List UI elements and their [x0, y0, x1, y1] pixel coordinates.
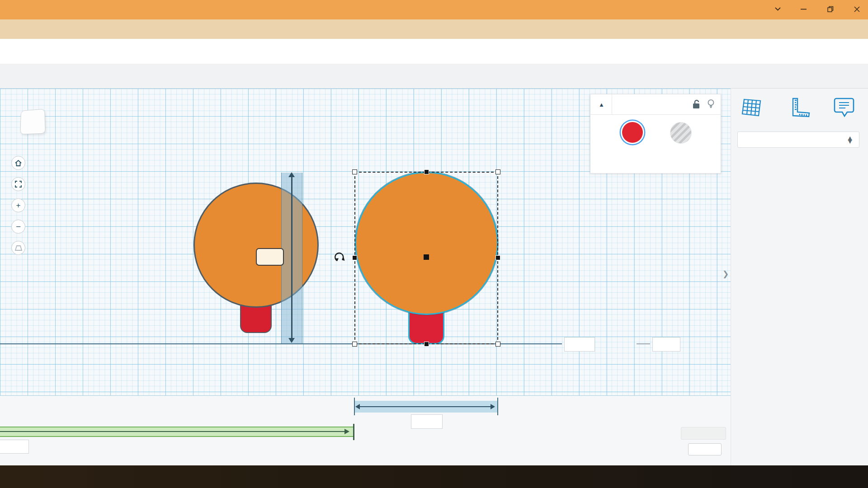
ruler-green-endcap [353, 424, 354, 440]
view-cube[interactable] [20, 109, 45, 135]
scale-handle-mid[interactable] [495, 255, 500, 260]
dimension-arrow-left [355, 404, 360, 409]
left-dimension-label[interactable] [0, 440, 29, 454]
fit-view-button[interactable] [11, 177, 25, 191]
perspective-toggle-button[interactable] [11, 241, 25, 255]
height-value-input[interactable] [256, 248, 284, 266]
zoom-out-button[interactable]: − [11, 220, 25, 234]
width-value-label[interactable] [411, 414, 443, 429]
snap-grid-select[interactable] [688, 443, 722, 455]
height-dimension-line [291, 177, 292, 338]
ruler-baseline [0, 343, 562, 344]
scale-handle-mid[interactable] [352, 255, 357, 260]
scale-handle-mid[interactable] [424, 342, 429, 347]
unlock-icon[interactable] [692, 99, 700, 109]
collapse-triangle-icon[interactable]: ▲ [599, 101, 604, 108]
hide-lightbulb-icon[interactable] [708, 99, 714, 109]
home-view-button[interactable] [11, 156, 25, 170]
width-dimension-line [359, 406, 494, 407]
dimension-leader-line [637, 343, 650, 344]
notes-tool-icon[interactable] [834, 97, 855, 118]
dimension-label-right[interactable] [564, 337, 595, 352]
editor-toolbar [0, 64, 868, 89]
dimension-arrow-down [288, 338, 295, 343]
shapes-inspector-panel: ▲ [590, 94, 721, 174]
scale-handle-corner[interactable] [495, 342, 500, 347]
dimension-label-zero[interactable] [652, 337, 680, 352]
dimension-arrow-right [491, 404, 495, 409]
browser-tab-strip [0, 0, 868, 19]
window-close-button[interactable] [845, 0, 868, 18]
select-arrows-icon: ▲▼ [846, 136, 854, 143]
window-restore-button[interactable] [819, 0, 842, 18]
dimension-arrow-up [288, 172, 295, 177]
scale-handle-mid[interactable] [424, 169, 429, 174]
windows-taskbar [0, 465, 868, 488]
scale-handle-corner[interactable] [352, 169, 357, 174]
tabsearch-chevron-icon[interactable] [769, 0, 787, 18]
ruler-tool-icon[interactable] [788, 97, 810, 118]
selection-center-handle[interactable] [424, 254, 429, 260]
scale-handle-corner[interactable] [352, 342, 357, 347]
scale-handle-corner[interactable] [495, 169, 500, 174]
dimension-endcap [354, 398, 355, 415]
rotate-handle[interactable] [334, 252, 345, 263]
panel-divider [612, 94, 612, 114]
sidebar-collapse-icon[interactable]: ❯ [722, 269, 729, 279]
tinkercad-header [0, 39, 868, 64]
workplane-tool-icon[interactable] [741, 97, 762, 118]
shape-category-select[interactable]: ▲▼ [737, 131, 859, 148]
ruler-green-line [0, 431, 345, 432]
browser-navbar: ← → ↻ ☆ ✓ ⋮ [0, 19, 868, 39]
balloon-body-selected[interactable] [355, 172, 498, 315]
screen: ← → ↻ ☆ ✓ ⋮ [0, 0, 868, 488]
ruler-green-arrow [344, 429, 349, 434]
shapes-panel-body [590, 115, 721, 174]
edit-grid-button[interactable] [681, 427, 726, 440]
shapes-panel-header: ▲ [590, 94, 721, 115]
balloon-knot-selected[interactable] [408, 311, 444, 344]
window-minimize-button[interactable] [792, 0, 815, 18]
hole-option-swatch[interactable] [670, 122, 692, 144]
zoom-in-button[interactable]: + [11, 198, 25, 212]
solid-option-swatch[interactable] [622, 122, 643, 143]
workplane-watermark: e [0, 381, 29, 395]
dimension-endcap [497, 398, 498, 415]
